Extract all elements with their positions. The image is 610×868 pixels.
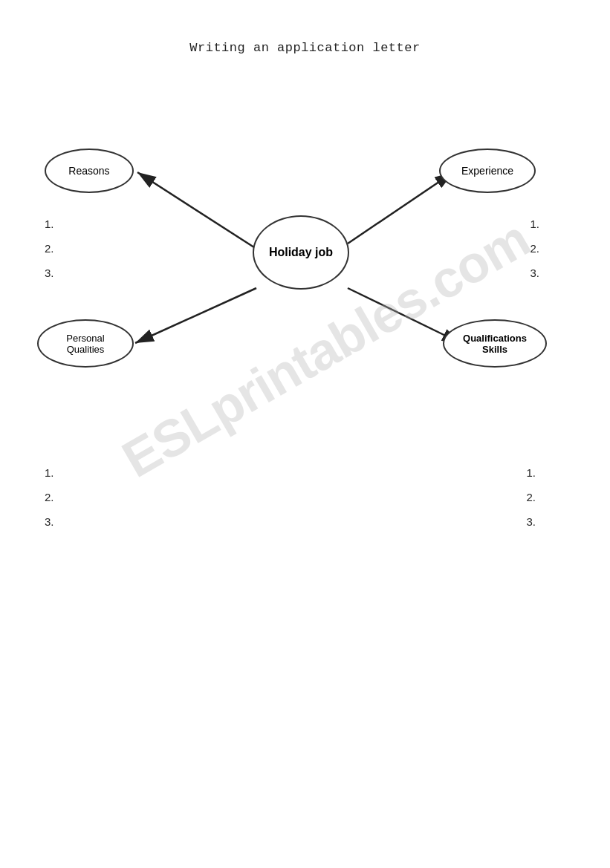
- svg-line-3: [348, 172, 453, 244]
- diagram-area: Holiday job Reasons Experience PersonalQ…: [0, 89, 610, 535]
- reasons-item-1: 1.: [45, 212, 54, 236]
- reasons-item-2: 2.: [45, 236, 54, 261]
- reasons-node: Reasons: [45, 149, 134, 193]
- experience-item-1: 1.: [530, 212, 539, 236]
- experience-node: Experience: [439, 149, 536, 193]
- personal-item-1: 1.: [45, 460, 54, 485]
- qualifications-item-1: 1.: [526, 460, 536, 485]
- reasons-item-3: 3.: [45, 261, 54, 285]
- qualifications-node: QualificationsSkills: [443, 319, 547, 368]
- center-node: Holiday job: [253, 215, 349, 290]
- svg-line-2: [137, 172, 256, 249]
- svg-line-4: [135, 288, 256, 343]
- personal-item-2: 2.: [45, 485, 54, 509]
- personal-qualities-node: PersonalQualities: [37, 319, 134, 368]
- svg-line-5: [348, 288, 461, 343]
- experience-list: 1. 2. 3.: [530, 212, 539, 285]
- qualifications-item-2: 2.: [526, 485, 536, 509]
- reasons-list: 1. 2. 3.: [45, 212, 54, 285]
- experience-item-2: 2.: [530, 236, 539, 261]
- page-title: Writing an application letter: [0, 0, 610, 55]
- qualifications-item-3: 3.: [526, 509, 536, 534]
- qualifications-list: 1. 2. 3.: [526, 460, 536, 534]
- personal-item-3: 3.: [45, 509, 54, 534]
- personal-list: 1. 2. 3.: [45, 460, 54, 534]
- experience-item-3: 3.: [530, 261, 539, 285]
